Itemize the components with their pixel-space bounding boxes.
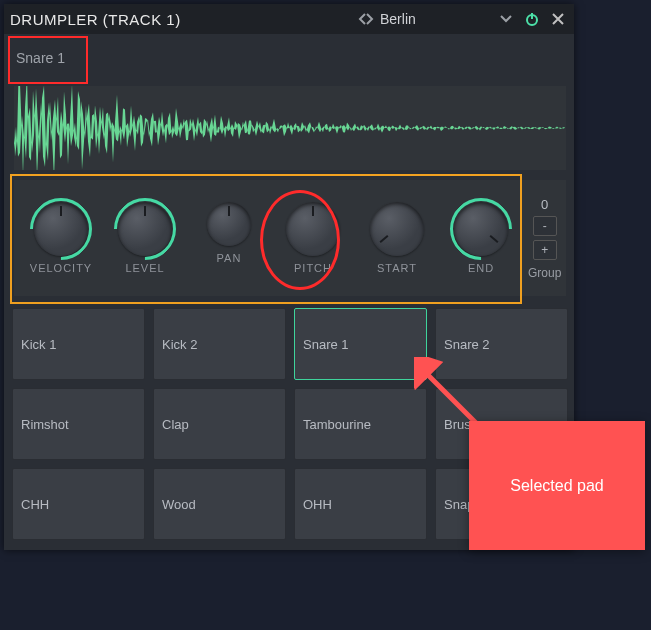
level-knob[interactable]: LEVEL	[106, 202, 184, 274]
pad-label: Tambourine	[303, 417, 371, 432]
knob-label: END	[468, 262, 494, 274]
pad-label: Wood	[162, 497, 196, 512]
pad-rimshot[interactable]: Rimshot	[12, 388, 145, 460]
waveform-display[interactable]	[14, 86, 566, 170]
velocity-knob[interactable]: VELOCITY	[22, 202, 100, 274]
callout-text: Selected pad	[510, 477, 603, 495]
pad-label: Rimshot	[21, 417, 69, 432]
group-column: 0 - + Group	[528, 197, 567, 280]
pad-label: Snare 2	[444, 337, 490, 352]
pad-kick-1[interactable]: Kick 1	[12, 308, 145, 380]
pad-chh[interactable]: CHH	[12, 468, 145, 540]
pad-snare-1[interactable]: Snare 1	[294, 308, 427, 380]
knob-label: PITCH	[294, 262, 332, 274]
annotation-callout: Selected pad	[469, 421, 645, 550]
pad-label: Kick 2	[162, 337, 197, 352]
pad-tambourine[interactable]: Tambourine	[294, 388, 427, 460]
knob-label: VELOCITY	[30, 262, 92, 274]
knob-label: PAN	[217, 252, 242, 264]
end-knob[interactable]: END	[442, 202, 520, 274]
pad-wood[interactable]: Wood	[153, 468, 286, 540]
knob-label: LEVEL	[125, 262, 164, 274]
preset-name[interactable]: Berlin	[380, 11, 490, 27]
group-value: 0	[541, 197, 548, 212]
preset-prev-next-icon[interactable]	[358, 11, 374, 27]
close-icon[interactable]	[548, 9, 568, 29]
pad-label: Snare 1	[303, 337, 349, 352]
current-sample-name[interactable]: Snare 1	[10, 38, 92, 78]
pad-kick-2[interactable]: Kick 2	[153, 308, 286, 380]
knob-row: VELOCITY LEVEL PAN PITCH START END	[14, 202, 528, 274]
group-decrement-button[interactable]: -	[533, 216, 557, 236]
pad-label: Clap	[162, 417, 189, 432]
plugin-title: DRUMPLER (TRACK 1)	[10, 11, 181, 28]
preset-area: Berlin	[358, 9, 568, 29]
pad-clap[interactable]: Clap	[153, 388, 286, 460]
group-label: Group	[528, 266, 561, 280]
knob-label: START	[377, 262, 417, 274]
knob-section: VELOCITY LEVEL PAN PITCH START END 0 - +…	[14, 180, 566, 296]
pad-label: CHH	[21, 497, 49, 512]
start-knob[interactable]: START	[358, 202, 436, 274]
power-icon[interactable]	[522, 9, 542, 29]
pad-ohh[interactable]: OHH	[294, 468, 427, 540]
pad-snare-2[interactable]: Snare 2	[435, 308, 568, 380]
pan-knob[interactable]: PAN	[190, 202, 268, 274]
pitch-knob[interactable]: PITCH	[274, 202, 352, 274]
pad-label: OHH	[303, 497, 332, 512]
preset-dropdown-icon[interactable]	[496, 9, 516, 29]
pad-label: Kick 1	[21, 337, 56, 352]
titlebar: DRUMPLER (TRACK 1) Berlin	[4, 4, 574, 34]
group-increment-button[interactable]: +	[533, 240, 557, 260]
